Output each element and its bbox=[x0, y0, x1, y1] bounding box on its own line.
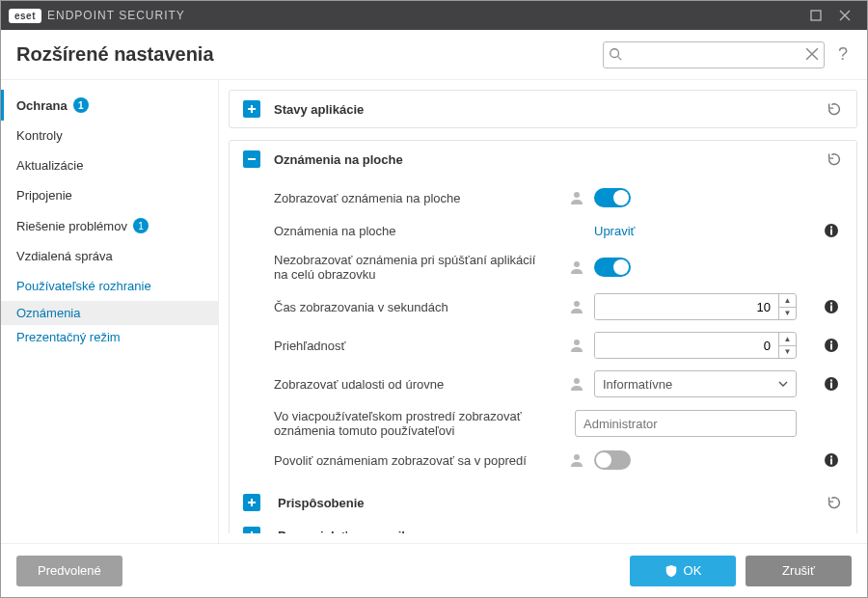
toggle-hide-on-fullscreen[interactable] bbox=[594, 258, 631, 277]
row-label: Oznámenia na ploche bbox=[274, 224, 586, 238]
panel-title: Stavy aplikácie bbox=[274, 102, 826, 117]
sidebar-item-ochrana[interactable]: Ochrana 1 bbox=[1, 90, 218, 121]
subpanel-prisposobenie[interactable]: Prispôsobenie bbox=[230, 486, 856, 519]
subpanel-title: Prispôsobenie bbox=[274, 496, 826, 510]
ctrl: ▲ ▼ bbox=[594, 332, 816, 359]
spin-down[interactable]: ▼ bbox=[779, 346, 796, 359]
panel-header[interactable]: Stavy aplikácie bbox=[230, 91, 856, 127]
subpanel-preposielat-email[interactable]: Preposielať na e-mail bbox=[230, 519, 856, 533]
svg-point-7 bbox=[574, 301, 580, 307]
text-input-multiuser[interactable] bbox=[575, 410, 797, 437]
svg-rect-14 bbox=[830, 341, 832, 343]
row-label: Povoliť oznámeniam zobrazovať sa v popre… bbox=[274, 453, 561, 468]
info-icon[interactable] bbox=[824, 299, 843, 314]
number-input-transparency: ▲ ▼ bbox=[594, 332, 797, 359]
window-close-button[interactable] bbox=[830, 1, 859, 30]
user-icon bbox=[569, 299, 584, 314]
svg-point-19 bbox=[574, 454, 580, 460]
spin-up[interactable]: ▲ bbox=[779, 333, 796, 346]
ctrl bbox=[575, 410, 816, 437]
button-label: OK bbox=[684, 563, 702, 578]
panel-title: Oznámenia na ploche bbox=[274, 152, 826, 167]
footer: Predvolené OK Zrušiť bbox=[1, 543, 867, 597]
ctrl: Upraviť bbox=[594, 224, 816, 238]
toggle-show-desktop-notifications[interactable] bbox=[594, 188, 631, 207]
default-button[interactable]: Predvolené bbox=[16, 556, 122, 586]
number-input-display-seconds: ▲ ▼ bbox=[594, 293, 797, 320]
expand-icon bbox=[243, 527, 260, 533]
clear-search-icon[interactable] bbox=[805, 47, 819, 61]
content: Stavy aplikácie Oznámenia na ploche bbox=[219, 80, 867, 543]
svg-rect-17 bbox=[830, 383, 832, 389]
panel-oznamenia-na-ploche: Oznámenia na ploche Zobrazovať oznámenia… bbox=[229, 140, 857, 533]
content-scroll[interactable]: Stavy aplikácie Oznámenia na ploche bbox=[229, 90, 863, 533]
user-icon bbox=[569, 376, 584, 392]
svg-rect-22 bbox=[830, 456, 832, 458]
sidebar-item-aktualizacie[interactable]: Aktualizácie bbox=[1, 150, 218, 180]
reset-icon[interactable] bbox=[826, 150, 843, 168]
info-icon[interactable] bbox=[824, 452, 843, 468]
toggle-allow-foreground[interactable] bbox=[594, 450, 631, 470]
ok-button[interactable]: OK bbox=[630, 556, 736, 586]
row-display-seconds: Čas zobrazovania v sekundách ▲ ▼ bbox=[274, 287, 843, 326]
svg-point-11 bbox=[574, 340, 580, 345]
sidebar-subitem-oznamenia[interactable]: Oznámenia bbox=[1, 301, 218, 325]
ctrl: Informatívne bbox=[594, 370, 816, 397]
sidebar-item-kontroly[interactable]: Kontroly bbox=[1, 121, 218, 150]
select-value: Informatívne bbox=[603, 377, 672, 392]
svg-rect-5 bbox=[830, 227, 832, 229]
button-label: Predvolené bbox=[38, 563, 101, 578]
row-hide-on-fullscreen: Nezobrazovať oznámenia pri spúšťaní apli… bbox=[274, 247, 843, 287]
row-show-desktop-notifications: Zobrazovať oznámenia na ploche ⓘ bbox=[274, 181, 843, 214]
help-button[interactable]: ? bbox=[834, 44, 852, 65]
svg-rect-9 bbox=[830, 306, 832, 312]
window-maximize-button[interactable] bbox=[801, 1, 830, 30]
user-icon bbox=[569, 259, 584, 275]
row-label: Zobrazovať udalosti od úrovne bbox=[274, 377, 561, 392]
spin-up[interactable]: ▲ bbox=[779, 294, 796, 308]
chevron-down-icon bbox=[778, 379, 788, 389]
search-box bbox=[603, 41, 825, 68]
button-label: Zrušiť bbox=[782, 563, 815, 578]
sidebar-item-label: Pripojenie bbox=[16, 188, 72, 203]
sidebar-item-vzdialena-sprava[interactable]: Vzdialená správa bbox=[1, 241, 218, 271]
svg-point-15 bbox=[574, 378, 580, 384]
spin-down[interactable]: ▼ bbox=[779, 308, 796, 320]
select-event-level[interactable]: Informatívne bbox=[594, 370, 797, 397]
row-desktop-notifications-edit: Oznámenia na ploche Upraviť bbox=[274, 214, 843, 247]
reset-icon[interactable] bbox=[826, 100, 843, 118]
svg-point-1 bbox=[610, 48, 619, 57]
header-bar: Rozšírené nastavenia ? bbox=[1, 30, 867, 80]
search-icon bbox=[609, 47, 622, 61]
sidebar-item-pouzivatelske-rozhranie[interactable]: Používateľské rozhranie bbox=[1, 271, 218, 301]
sidebar-subitem-prezentacny-rezim[interactable]: Prezentačný režim bbox=[1, 325, 218, 349]
info-icon[interactable] bbox=[824, 338, 843, 353]
info-icon[interactable] bbox=[824, 376, 843, 392]
svg-rect-18 bbox=[830, 380, 832, 382]
sidebar-item-pripojenie[interactable]: Pripojenie bbox=[1, 180, 218, 210]
row-transparency: Priehľadnosť ▲ ▼ bbox=[274, 326, 843, 365]
number-field[interactable] bbox=[595, 294, 778, 319]
row-label: Nezobrazovať oznámenia pri spúšťaní apli… bbox=[274, 253, 561, 282]
search-input[interactable] bbox=[603, 41, 825, 68]
number-field[interactable] bbox=[595, 333, 778, 358]
edit-link[interactable]: Upraviť bbox=[594, 224, 635, 238]
user-icon bbox=[569, 190, 584, 205]
app-window: eset ENDPOINT SECURITY Rozšírené nastave… bbox=[0, 0, 868, 598]
panel-stavy-aplikacie: Stavy aplikácie bbox=[229, 90, 857, 128]
info-icon[interactable] bbox=[824, 223, 843, 238]
subpanel-title: Preposielať na e-mail bbox=[274, 529, 843, 534]
spinner: ▲ ▼ bbox=[778, 333, 796, 358]
shield-icon bbox=[665, 564, 678, 578]
collapse-icon bbox=[243, 150, 260, 168]
body: Ochrana 1 Kontroly Aktualizácie Pripojen… bbox=[1, 80, 867, 543]
sidebar-item-label: Vzdialená správa bbox=[16, 249, 113, 263]
sidebar-item-riesenie-problemov[interactable]: Riešenie problémov 1 bbox=[1, 210, 218, 241]
sidebar-badge: 1 bbox=[73, 97, 89, 113]
row-allow-foreground: Povoliť oznámeniam zobrazovať sa v popre… bbox=[274, 444, 843, 476]
reset-icon[interactable] bbox=[826, 494, 843, 511]
panel-header[interactable]: Oznámenia na ploche bbox=[230, 141, 856, 177]
sidebar-item-label: Prezentačný režim bbox=[16, 330, 121, 344]
cancel-button[interactable]: Zrušiť bbox=[746, 556, 852, 586]
sidebar-badge: 1 bbox=[133, 218, 149, 233]
